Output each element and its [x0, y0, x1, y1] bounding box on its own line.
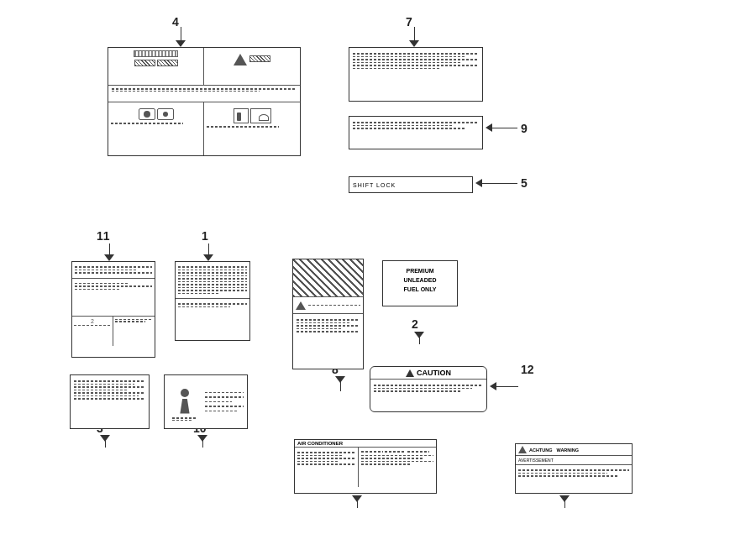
caution-text: CAUTION [417, 369, 451, 377]
label-11: 11 [97, 229, 110, 243]
caution-triangle-icon [406, 369, 414, 377]
achtung-text: ACHTUNG [529, 448, 553, 453]
arrow-1-head [203, 254, 213, 261]
arrow-2-head-fake [414, 332, 424, 338]
box-5: SHIFT LOCK [349, 176, 473, 193]
label-7: 7 [406, 15, 412, 29]
arrow-5-head [475, 179, 482, 187]
arrow-4-head [176, 40, 186, 47]
box-4 [108, 47, 301, 156]
arrow-8-head [335, 376, 345, 383]
box-11: 2 [71, 261, 155, 358]
air-conditioner-header: AIR CONDITIONER [295, 440, 436, 448]
box-1 [175, 261, 250, 341]
arrow-12-h [493, 386, 518, 387]
box-3 [70, 374, 150, 429]
warning-triangle-icon [518, 446, 527, 453]
box-9 [349, 116, 483, 149]
avertissement-text: AVERTISSEMENT [518, 458, 629, 463]
warning-text: WARNING [557, 448, 580, 453]
arrow-7-head [409, 40, 419, 47]
shift-lock-text: SHIFT LOCK [349, 177, 472, 192]
arrow-9-h [489, 128, 517, 128]
box-7 [349, 47, 483, 102]
diagram-container: 4 [0, 0, 756, 555]
label-5: 5 [521, 176, 528, 190]
arrow-5-h [479, 183, 517, 184]
box-6: ACHTUNG WARNING AVERTISSEMENT [515, 443, 633, 494]
box-2: PREMIUM UNLEADED FUEL ONLY [382, 260, 458, 306]
box-8 [292, 259, 364, 369]
box-12: CAUTION [370, 366, 487, 412]
label-4: 4 [172, 15, 179, 29]
arrow-12-head [490, 382, 496, 390]
label-12: 12 [521, 363, 534, 376]
box-13: AIR CONDITIONER [294, 439, 437, 494]
label-1: 1 [202, 229, 208, 243]
arrow-9-head [486, 123, 492, 132]
box-10 [164, 374, 248, 429]
arrow-10-head [197, 435, 207, 442]
arrow-6-head [559, 495, 570, 502]
arrow-11-head [104, 254, 114, 261]
arrow-3-head [100, 435, 110, 442]
arrow-13-head [352, 495, 362, 502]
label-9: 9 [521, 122, 528, 135]
label-2: 2 [412, 317, 418, 331]
premium-fuel-text: PREMIUM UNLEADED FUEL ONLY [386, 266, 454, 295]
